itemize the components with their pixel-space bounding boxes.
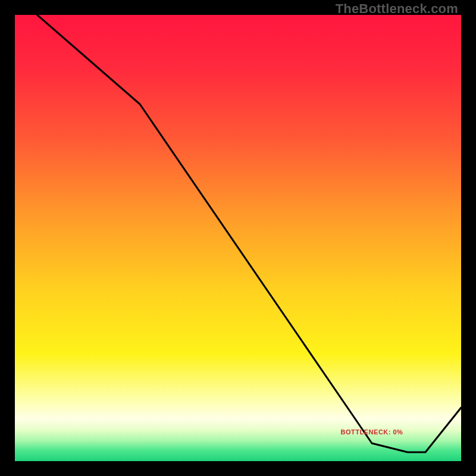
optimum-annotation: BOTTLENECK: 0% [341, 428, 403, 436]
gradient-background [15, 15, 461, 461]
bottleneck-chart [15, 15, 461, 461]
chart-frame: BOTTLENECK: 0% [15, 15, 461, 461]
